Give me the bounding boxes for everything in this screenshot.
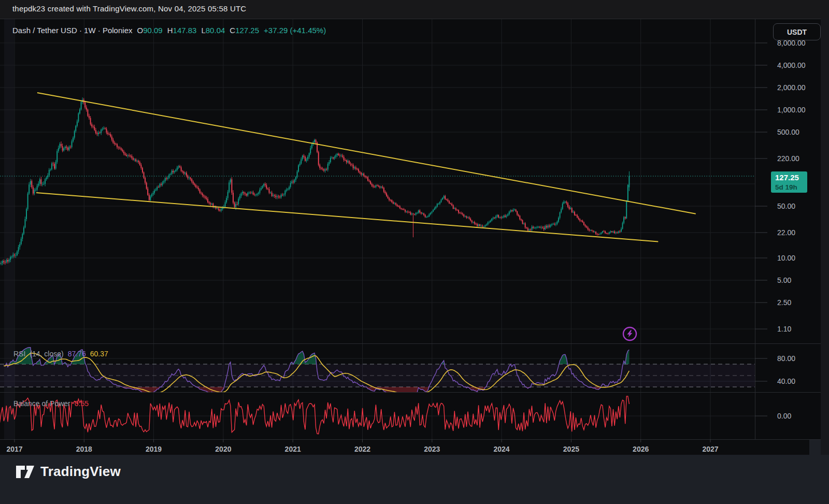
attribution-bar: thepdk23 created with TradingView.com, N… [0,0,829,19]
right-gutter [821,0,829,504]
bop-value: 0.55 [75,399,89,408]
rsi-title[interactable]: RSI [13,350,25,358]
ohlc-close: C127.25 [230,26,259,35]
symbol-title[interactable]: Dash / Tether USD · 1W · Poloniex [12,26,132,35]
rsi-value: 87.76 [68,350,86,358]
ohlc-open: O90.09 [137,26,162,35]
bar-countdown: 5d 19h [775,183,807,192]
tradingview-logo-mark [16,464,35,480]
rsi-ma-value: 60.37 [90,350,108,358]
symbol-legend[interactable]: Dash / Tether USD · 1W · Poloniex O90.09… [12,25,326,35]
instant-trading-icon[interactable] [622,326,637,341]
attribution-text: thepdk23 created with TradingView.com, N… [12,4,246,13]
last-price-value: 127.25 [775,172,807,183]
ohlc-low: L80.04 [201,26,225,35]
tradingview-logo-text: TradingView [40,464,121,480]
rsi-params: (14, close) [30,350,63,358]
change-value: +37.29 (+41.45%) [264,26,326,35]
rsi-legend[interactable]: RSI (14, close) 87.76 60.37 [13,350,108,358]
footer-bar: TradingView [0,455,829,504]
bop-title[interactable]: Balance of Power [13,399,70,408]
currency-toggle-label: USDT [787,28,807,36]
time-axis-background [0,439,809,455]
bop-legend[interactable]: Balance of Power 0.55 [13,399,89,408]
currency-toggle-button[interactable]: USDT [773,23,821,40]
chart-canvas[interactable] [0,0,829,504]
last-price-badge[interactable]: 127.25 5d 19h [771,171,807,193]
tradingview-logo[interactable]: TradingView [16,464,121,480]
ohlc-high: H147.83 [167,26,197,35]
